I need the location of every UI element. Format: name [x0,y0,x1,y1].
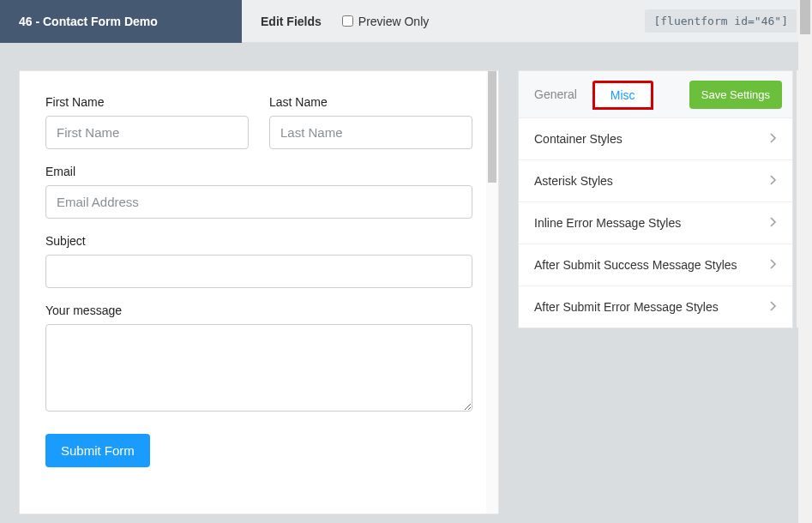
form-title: 46 - Contact Form Demo [0,0,242,43]
form-title-text: 46 - Contact Form Demo [19,15,158,28]
form-panel-scrollbar-thumb[interactable] [488,71,496,183]
settings-header: General Misc Save Settings [519,71,792,118]
preview-only-label: Preview Only [358,15,429,28]
page-scrollbar[interactable] [798,0,812,523]
topbar: 46 - Contact Form Demo Edit Fields Previ… [0,0,812,43]
accordion-error-message-styles[interactable]: After Submit Error Message Styles [519,286,792,328]
accordion-asterisk-styles[interactable]: Asterisk Styles [519,160,792,202]
last-name-input[interactable] [269,116,472,149]
email-input[interactable] [45,185,472,219]
form-preview-panel: First Name Last Name Email [19,70,499,514]
accordion-label: Asterisk Styles [534,174,613,188]
chevron-right-icon [770,300,777,314]
accordion-container-styles[interactable]: Container Styles [519,118,792,160]
form-panel-scrollbar[interactable] [486,71,498,514]
message-input[interactable] [45,324,472,412]
submit-button[interactable]: Submit Form [45,434,150,467]
preview-only-checkbox[interactable] [342,15,353,27]
page-scrollbar-thumb[interactable] [800,0,810,34]
chevron-right-icon [770,174,777,188]
accordion-label: Container Styles [534,132,623,146]
chevron-right-icon [770,258,777,272]
message-field: Your message [45,304,472,412]
edit-fields-link[interactable]: Edit Fields [261,15,322,28]
subject-label: Subject [45,234,472,248]
preview-only-toggle[interactable]: Preview Only [342,15,429,28]
settings-panel: General Misc Save Settings Container Sty… [518,70,793,514]
email-field: Email [45,165,472,219]
tab-general[interactable]: General [519,80,592,109]
accordion-success-message-styles[interactable]: After Submit Success Message Styles [519,244,792,286]
chevron-right-icon [770,132,777,146]
subject-field: Subject [45,234,472,288]
accordion-label: Inline Error Message Styles [534,216,681,230]
first-name-field: First Name [45,95,249,149]
chevron-right-icon [770,216,777,230]
tab-misc[interactable]: Misc [592,81,653,110]
accordion-label: After Submit Error Message Styles [534,300,719,314]
email-label: Email [45,165,472,178]
accordion-label: After Submit Success Message Styles [534,258,737,272]
message-label: Your message [45,304,472,317]
first-name-input[interactable] [45,116,249,149]
first-name-label: First Name [45,95,249,109]
last-name-label: Last Name [269,95,472,109]
shortcode-display[interactable]: [fluentform id="46"] [645,9,797,33]
subject-input[interactable] [45,255,472,288]
accordion-inline-error-styles[interactable]: Inline Error Message Styles [519,202,792,244]
save-settings-button[interactable]: Save Settings [689,81,782,109]
last-name-field: Last Name [269,95,472,149]
